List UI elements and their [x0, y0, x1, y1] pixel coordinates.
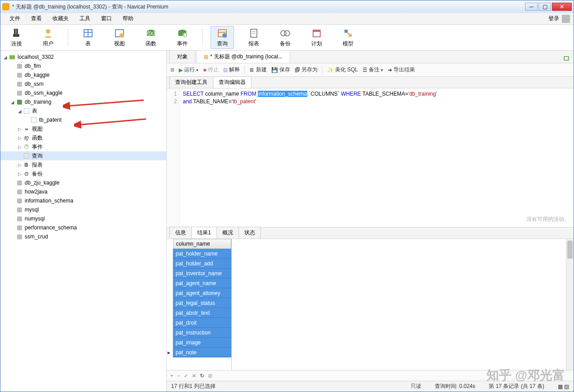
menu-view[interactable]: 查看	[26, 13, 47, 24]
view-icon	[114, 27, 125, 39]
tree-db-how2java[interactable]: how2java	[0, 187, 166, 196]
tree-db-numysql[interactable]: numysql	[0, 214, 166, 223]
sql-editor[interactable]: 12 SELECT column_name FROM information_s…	[167, 88, 574, 228]
toolbar-table-button[interactable]: 表	[76, 26, 100, 48]
saveas-button[interactable]: 🗐另存为	[295, 66, 318, 74]
toolbar-plug-button[interactable]: 连接	[5, 26, 28, 48]
apply-icon[interactable]: ✓	[184, 373, 188, 379]
grid-row[interactable]: pat_droit	[173, 318, 231, 328]
grid-header[interactable]: column_name	[173, 239, 231, 249]
del-row-icon[interactable]: −	[177, 373, 180, 379]
tree-db-ssm_crud[interactable]: ssm_crud	[0, 232, 166, 241]
tree-tables[interactable]: ◢表	[0, 106, 166, 115]
rtab-profile[interactable]: 概况	[216, 227, 239, 238]
scrollbar[interactable]	[566, 239, 574, 370]
svg-rect-26	[344, 30, 348, 33]
tree-db-active[interactable]: ◢db_training	[0, 97, 166, 106]
tab-overflow-icon[interactable]	[562, 54, 571, 63]
menu-help[interactable]: 帮助	[117, 13, 139, 24]
tree-twisty-icon[interactable]: ▷	[17, 172, 23, 176]
menu-tools[interactable]: 工具	[74, 13, 96, 24]
result-grid[interactable]: column_namepat_holder_namepat_holder_add…	[167, 239, 574, 370]
maximize-button[interactable]: ▢	[539, 3, 551, 11]
grid-row[interactable]: pat_agent_name	[173, 278, 231, 288]
tree-twisty-icon[interactable]: ▷	[17, 163, 23, 167]
tree-queries[interactable]: 查询	[0, 151, 166, 160]
grid-row[interactable]: pat_note	[173, 348, 231, 357]
tree-twisty-icon[interactable]: ▷	[17, 127, 23, 132]
tree-events[interactable]: ▷⏱事件	[0, 142, 166, 151]
tree-db-performance_schema[interactable]: performance_schema	[0, 223, 166, 232]
tab-query[interactable]: ⊞* 无标题 @db_training (local...	[196, 51, 290, 63]
grid-row[interactable]: pat_holder_name	[173, 249, 231, 259]
tree-db-mysql[interactable]: mysql	[0, 205, 166, 214]
rtab-result1[interactable]: 结果1	[191, 227, 217, 238]
tree-table-tbpatent[interactable]: tb_patent	[0, 115, 166, 124]
tree-db-db_ssm_kaggle[interactable]: db_ssm_kaggle	[0, 88, 166, 97]
tree-db-information_schema[interactable]: information_schema	[0, 196, 166, 205]
view-toggle-icon[interactable]: ▦ ▤	[558, 383, 569, 390]
toolbar-event-button[interactable]: 事件	[171, 26, 194, 48]
stop-button[interactable]: ■停止	[203, 66, 218, 74]
subtab-editor[interactable]: 查询编辑器	[213, 76, 252, 88]
menu-file[interactable]: 文件	[4, 13, 26, 24]
grid-row[interactable]: pat_instruction	[173, 328, 231, 338]
cancel-icon[interactable]: ✕	[192, 373, 196, 379]
tree-db-db_kaggle[interactable]: db_kaggle	[0, 70, 166, 79]
rtab-status[interactable]: 状态	[238, 227, 261, 238]
login-link[interactable]: 登录	[548, 15, 559, 22]
toolbar-backup-button[interactable]: 备份	[274, 26, 297, 48]
event-icon	[177, 27, 188, 39]
tree-db-db_zju_kaggle[interactable]: db_zju_kaggle	[0, 178, 166, 187]
minimize-button[interactable]: ─	[525, 3, 538, 11]
toolbar-model-button[interactable]: 模型	[336, 26, 360, 48]
new-button[interactable]: 🗎新建	[249, 66, 267, 74]
run-button[interactable]: ▶运行▾	[179, 66, 199, 74]
subtab-builder[interactable]: 查询创建工具	[169, 76, 213, 88]
grid-row[interactable]: pat_inventor_name	[173, 269, 231, 278]
add-row-icon[interactable]: +	[170, 373, 173, 379]
rtab-info[interactable]: 信息	[169, 227, 192, 238]
menu-icon[interactable]: ≡	[170, 66, 174, 74]
avatar-icon[interactable]	[562, 15, 570, 23]
toolbar-fx-button[interactable]: f(x)函数	[139, 26, 163, 48]
toolbar-view-button[interactable]: 视图	[108, 26, 131, 48]
tree-connection[interactable]: ◢localhost_3302	[0, 53, 166, 62]
window-title: * 无标题 @db_training (localhost_3302) - 查询…	[12, 3, 525, 11]
grid-row[interactable]: pat_legal_status	[173, 298, 231, 308]
tree-twisty-icon[interactable]: ◢	[2, 55, 9, 60]
tree-views[interactable]: ▷∞视图	[0, 124, 166, 133]
tree-twisty-icon[interactable]: ▷	[17, 145, 23, 150]
tree-twisty-icon[interactable]: ▷	[17, 136, 23, 141]
tree-db-db_ssm[interactable]: db_ssm	[0, 79, 166, 88]
refresh-icon[interactable]: ↻	[200, 373, 204, 379]
beautify-button[interactable]: ✨美化 SQL	[327, 66, 358, 74]
grid-row[interactable]: pat_holder_add	[173, 259, 231, 269]
tree-db-db_flm[interactable]: db_flm	[0, 62, 166, 70]
menu-fav[interactable]: 收藏夹	[47, 13, 74, 24]
tree-reports[interactable]: ▷🗎报表	[0, 160, 166, 169]
sql-code[interactable]: SELECT column_name FROM information_sche…	[180, 88, 574, 227]
connection-tree[interactable]: ◢localhost_3302db_flmdb_kaggledb_ssmdb_s…	[0, 51, 167, 392]
grid-row[interactable]: pat_abstr_text	[173, 308, 231, 318]
stop-icon[interactable]: ⊘	[208, 373, 212, 379]
grid-row[interactable]: pat_agent_attoney	[173, 288, 231, 298]
tree-backups[interactable]: ▷⊙备份	[0, 169, 166, 178]
tree-functions[interactable]: ▷f()函数	[0, 133, 166, 142]
menu-window[interactable]: 窗口	[96, 13, 117, 24]
svg-text:f(x): f(x)	[147, 30, 155, 36]
export-button[interactable]: ➜导出结果	[388, 66, 415, 74]
notes-button[interactable]: ☰备注▾	[362, 66, 383, 74]
explain-button[interactable]: ⊟解释	[223, 66, 240, 74]
tree-twisty-icon[interactable]: ◢	[9, 100, 16, 105]
save-button[interactable]: 💾保存	[271, 66, 290, 74]
grid-row[interactable]: pat_image	[173, 338, 231, 348]
tree-twisty-icon[interactable]: ◢	[17, 109, 23, 114]
toolbar-user-button[interactable]: 用户	[36, 26, 60, 48]
svg-point-3	[46, 29, 50, 34]
toolbar-schedule-button[interactable]: 计划	[305, 26, 328, 48]
tab-objects[interactable]: 对象	[169, 51, 195, 63]
close-button[interactable]: ✕	[552, 3, 572, 11]
toolbar-query-button[interactable]: 查询	[211, 26, 234, 49]
toolbar-report-button[interactable]: 报表	[242, 26, 265, 48]
